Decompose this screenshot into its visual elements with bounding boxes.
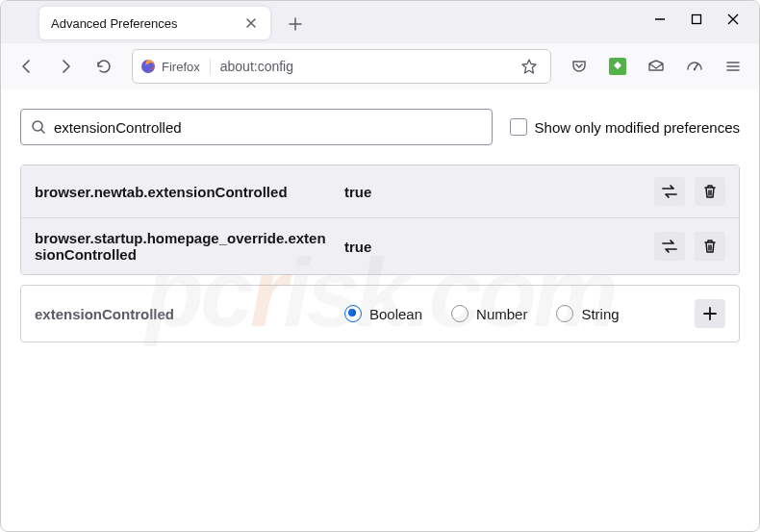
identity-box[interactable]: Firefox [140,59,211,74]
svg-point-2 [694,68,696,70]
toggle-button[interactable] [654,177,685,206]
firefox-icon [140,59,156,74]
preference-row: browser.newtab.extensionControlled true [21,165,739,218]
preference-value: true [344,239,643,255]
content-area: Show only modified preferences browser.n… [1,89,759,362]
delete-button[interactable] [695,177,725,206]
radio-icon [344,305,362,322]
url-bar[interactable]: Firefox about:config [132,49,551,84]
bookmark-star-icon[interactable] [516,53,543,80]
dashboard-icon[interactable] [678,50,711,83]
add-button[interactable] [695,299,725,328]
radio-label: Number [476,306,527,322]
forward-button[interactable] [49,50,82,83]
identity-label: Firefox [162,60,200,74]
checkbox-icon [510,118,527,136]
toggle-button[interactable] [654,232,685,261]
toolbar: Firefox about:config [1,43,759,89]
new-tab-button[interactable] [280,9,311,39]
search-box[interactable] [20,109,493,145]
browser-tab[interactable]: Advanced Preferences [39,7,270,39]
preference-name: browser.startup.homepage_override.extens… [35,230,333,263]
menu-button[interactable] [717,50,749,83]
search-icon [31,119,46,135]
type-boolean-radio[interactable]: Boolean [344,305,422,322]
preference-actions [654,177,725,206]
window-controls [653,1,759,26]
new-preference-row: extensionControlled Boolean Number Strin… [20,285,740,342]
delete-button[interactable] [695,232,725,261]
preference-list: browser.newtab.extensionControlled true … [20,165,740,275]
close-tab-icon[interactable] [243,15,259,31]
type-options: Boolean Number String [344,305,683,322]
reload-button[interactable] [88,50,120,83]
preference-value: true [344,184,643,200]
url-text: about:config [220,59,516,74]
back-button[interactable] [11,50,43,83]
search-input[interactable] [54,119,482,136]
radio-label: String [581,306,619,322]
maximize-button[interactable] [690,13,703,26]
new-preference-name: extensionControlled [35,306,333,322]
pocket-icon[interactable] [563,50,595,83]
extension-icon[interactable] [601,50,634,83]
radio-icon [451,305,469,322]
preference-row: browser.startup.homepage_override.extens… [21,218,739,274]
mail-icon[interactable] [640,50,672,83]
preference-name: browser.newtab.extensionControlled [35,184,333,200]
type-number-radio[interactable]: Number [451,305,527,322]
titlebar: Advanced Preferences [1,1,759,43]
tab-title: Advanced Preferences [51,16,243,31]
type-string-radio[interactable]: String [556,305,619,322]
preference-actions [654,232,725,261]
radio-icon [556,305,573,322]
checkbox-label: Show only modified preferences [535,119,740,136]
radio-label: Boolean [369,306,422,322]
close-window-button[interactable] [726,13,740,26]
modified-only-checkbox[interactable]: Show only modified preferences [510,118,740,136]
svg-rect-0 [693,15,701,24]
search-row: Show only modified preferences [20,109,740,145]
minimize-button[interactable] [653,13,667,26]
